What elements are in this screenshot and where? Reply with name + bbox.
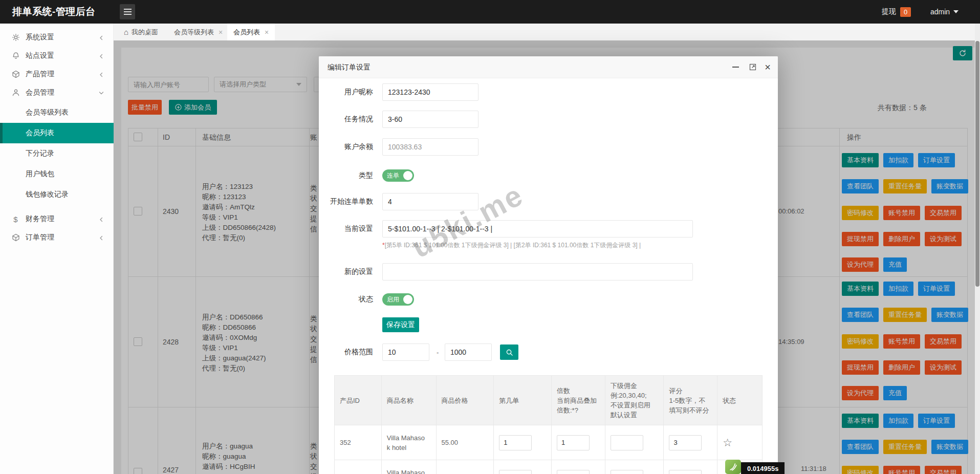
sidebar-item-user-wallet[interactable]: 用户钱包 bbox=[0, 164, 114, 184]
tab-label: 会员等级列表 bbox=[174, 28, 214, 37]
maximize-icon[interactable] bbox=[749, 63, 757, 71]
withdraw-menu[interactable]: 提现 0 bbox=[882, 0, 911, 24]
balance-input[interactable] bbox=[382, 138, 478, 156]
col-product-id: 产品ID bbox=[335, 376, 382, 425]
close-icon[interactable]: × bbox=[764, 63, 772, 71]
col-state: 状态 bbox=[717, 376, 762, 425]
multiple-input[interactable] bbox=[557, 470, 590, 474]
modal-title: 编辑订单设置 bbox=[328, 56, 371, 78]
commission-input[interactable] bbox=[611, 435, 643, 450]
debug-time-badge: 0.014955s bbox=[741, 462, 785, 474]
rating-input[interactable] bbox=[669, 470, 702, 474]
search-products-button[interactable] bbox=[500, 344, 518, 360]
tab-label: 我的桌面 bbox=[132, 28, 158, 37]
search-icon bbox=[506, 349, 513, 356]
new-settings-input[interactable] bbox=[382, 263, 693, 281]
user-menu[interactable]: admin bbox=[930, 0, 959, 24]
dollar-icon: $ bbox=[11, 215, 20, 224]
box-icon bbox=[11, 233, 20, 242]
rating-input[interactable] bbox=[669, 435, 702, 450]
order-number-input[interactable] bbox=[499, 470, 532, 474]
task-status-input[interactable] bbox=[382, 111, 478, 128]
sidebar-item-label: 钱包修改记录 bbox=[26, 190, 69, 199]
sidebar-item-finance-management[interactable]: $ 财务管理 bbox=[0, 210, 114, 228]
sidebar-item-label: 会员等级列表 bbox=[26, 108, 69, 117]
col-product-name: 商品名称 bbox=[382, 376, 437, 425]
product-row: 352 Villa Mahaso k hotel 55.00 ☆ bbox=[335, 425, 762, 460]
tab-member-level-list[interactable]: 会员等级列表 × bbox=[168, 24, 229, 40]
sidebar-item-downscore-records[interactable]: 下分记录 bbox=[0, 143, 114, 164]
sidebar: 系统设置 站点设置 产品管理 会员管理 会员等级列表 bbox=[0, 24, 114, 474]
chevron-down-icon bbox=[98, 90, 104, 96]
sidebar-item-label: 下分记录 bbox=[26, 149, 54, 158]
product-price: 60.30 bbox=[437, 460, 494, 474]
products-table-header: 产品ID 商品名称 商品价格 第几单 倍数 当前商品叠加 倍数:*? 下级佣金 … bbox=[335, 376, 762, 425]
sidebar-item-label: 会员列表 bbox=[26, 128, 54, 138]
multiple-input[interactable] bbox=[557, 435, 590, 450]
price-min-input[interactable] bbox=[382, 343, 429, 361]
commission-input[interactable] bbox=[611, 470, 643, 474]
app-root: 排单系统-管理后台 提现 0 admin ⌂ 我的桌面 会员等级列表 × 会员列… bbox=[0, 0, 980, 474]
hamburger-menu-icon[interactable] bbox=[120, 4, 135, 19]
sidebar-item-label: 会员管理 bbox=[26, 88, 54, 97]
bell-icon bbox=[11, 52, 20, 60]
price-range-label: 价格范围 bbox=[319, 348, 373, 357]
range-dash: - bbox=[437, 349, 439, 356]
balance-label: 账户余额 bbox=[319, 142, 373, 152]
product-name: Villa Mahaso k hotel bbox=[382, 425, 437, 460]
sidebar-item-label: 系统设置 bbox=[26, 33, 54, 42]
col-order-number: 第几单 bbox=[494, 376, 552, 425]
sidebar-item-wallet-change-records[interactable]: 钱包修改记录 bbox=[0, 184, 114, 205]
sidebar-item-label: 财务管理 bbox=[26, 214, 54, 224]
star-icon[interactable]: ☆ bbox=[723, 438, 732, 447]
price-max-input[interactable] bbox=[445, 343, 492, 361]
gear-icon bbox=[11, 33, 20, 42]
tab-label: 会员列表 bbox=[233, 28, 260, 37]
close-icon[interactable]: × bbox=[219, 29, 223, 36]
tab-member-list[interactable]: 会员列表 × bbox=[227, 24, 275, 40]
product-id: 353 bbox=[335, 460, 382, 474]
new-settings-label: 新的设置 bbox=[319, 267, 373, 276]
sidebar-item-site-settings[interactable]: 站点设置 bbox=[0, 47, 114, 65]
sidebar-item-member-level-list[interactable]: 会员等级列表 bbox=[0, 102, 114, 123]
product-price: 55.00 bbox=[437, 425, 494, 460]
username: admin bbox=[930, 8, 950, 16]
tabs-bar: ⌂ 我的桌面 会员等级列表 × 会员列表 × bbox=[114, 24, 980, 40]
status-toggle[interactable]: 启用 bbox=[382, 293, 414, 306]
toggle-knob bbox=[403, 295, 412, 304]
chevron-left-icon bbox=[98, 53, 104, 59]
save-settings-button[interactable]: 保存设置 bbox=[382, 317, 419, 332]
sidebar-item-label: 站点设置 bbox=[26, 51, 54, 60]
nickname-input[interactable] bbox=[382, 83, 478, 101]
settings-hint: *[第5单 ID:361 $ 101.00倍数 1下级佣金评级 3] | [第2… bbox=[382, 241, 641, 250]
chevron-left-icon bbox=[98, 34, 104, 40]
current-settings-label: 当前设置 bbox=[319, 224, 373, 233]
scrollbar-track[interactable] bbox=[975, 24, 980, 474]
sidebar-item-order-management[interactable]: 订单管理 bbox=[0, 228, 114, 247]
sidebar-item-member-management[interactable]: 会员管理 bbox=[0, 83, 114, 102]
sidebar-item-system-settings[interactable]: 系统设置 bbox=[0, 28, 114, 47]
nickname-label: 用户昵称 bbox=[319, 88, 373, 97]
sidebar-item-label: 产品管理 bbox=[26, 70, 54, 79]
product-row: 353 Villa Mahaso k hotel 60.30 ☆ bbox=[335, 460, 762, 474]
sidebar-item-member-list[interactable]: 会员列表 bbox=[0, 123, 114, 143]
order-number-input[interactable] bbox=[499, 435, 532, 450]
sidebar-item-product-management[interactable]: 产品管理 bbox=[0, 65, 114, 83]
task-status-label: 任务情况 bbox=[319, 115, 373, 124]
user-icon bbox=[11, 89, 20, 97]
chevron-left-icon bbox=[98, 234, 104, 241]
home-icon: ⌂ bbox=[124, 28, 128, 36]
tab-my-desktop[interactable]: ⌂ 我的桌面 bbox=[118, 24, 164, 40]
toggle-knob bbox=[403, 171, 412, 180]
sidebar-item-label: 用户钱包 bbox=[26, 169, 54, 179]
app-title: 排单系统-管理后台 bbox=[12, 0, 96, 24]
current-settings-input[interactable] bbox=[382, 220, 693, 238]
product-id: 352 bbox=[335, 425, 382, 460]
start-chain-count-input[interactable] bbox=[382, 193, 478, 210]
close-icon[interactable]: × bbox=[265, 29, 269, 36]
minimize-icon[interactable] bbox=[731, 63, 739, 71]
debug-trace-icon[interactable] bbox=[725, 460, 741, 474]
type-toggle[interactable]: 连单 bbox=[382, 169, 414, 182]
cube-icon bbox=[11, 70, 20, 79]
scrollbar-thumb[interactable] bbox=[975, 41, 979, 287]
